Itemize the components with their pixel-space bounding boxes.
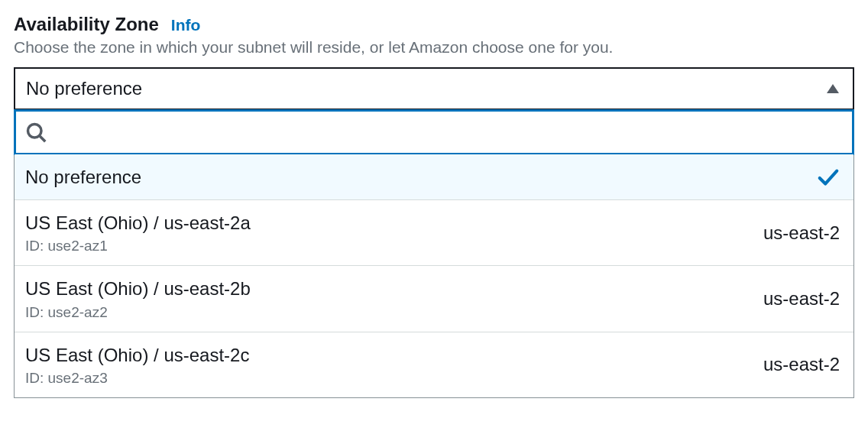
option-primary-label: US East (Ohio) / us-east-2c — [25, 343, 249, 367]
dropdown-option[interactable]: US East (Ohio) / us-east-2bID: use2-az2u… — [15, 265, 853, 331]
option-left: US East (Ohio) / us-east-2cID: use2-az3 — [25, 343, 249, 387]
option-left: US East (Ohio) / us-east-2bID: use2-az2 — [25, 277, 251, 320]
dropdown-option[interactable]: US East (Ohio) / us-east-2aID: use2-az1u… — [15, 199, 853, 265]
field-label: Availability Zone — [14, 14, 159, 35]
dropdown-option[interactable]: No preference — [15, 154, 853, 199]
search-input[interactable] — [47, 112, 843, 153]
option-primary-label: No preference — [25, 165, 141, 189]
option-secondary-label: ID: use2-az3 — [25, 370, 249, 387]
select-current-value: No preference — [26, 78, 142, 99]
option-region-label: us-east-2 — [763, 354, 840, 375]
field-header: Availability Zone Info — [14, 14, 854, 35]
option-primary-label: US East (Ohio) / us-east-2a — [25, 211, 251, 235]
availability-zone-select[interactable]: No preference — [14, 67, 854, 110]
info-link[interactable]: Info — [171, 16, 200, 34]
option-region-label: us-east-2 — [763, 222, 840, 244]
field-description: Choose the zone in which your subnet wil… — [14, 38, 854, 57]
option-primary-label: US East (Ohio) / us-east-2b — [25, 277, 251, 300]
option-left: No preference — [25, 165, 141, 189]
option-right: us-east-2 — [763, 354, 840, 375]
dropdown-panel: No preferenceUS East (Ohio) / us-east-2a… — [14, 109, 854, 398]
svg-line-1 — [40, 136, 45, 141]
option-right: us-east-2 — [763, 288, 840, 309]
caret-up-icon — [827, 84, 839, 93]
option-region-label: us-east-2 — [763, 288, 840, 309]
option-left: US East (Ohio) / us-east-2aID: use2-az1 — [25, 211, 251, 254]
search-icon — [25, 122, 47, 143]
option-secondary-label: ID: use2-az2 — [25, 304, 251, 321]
option-secondary-label: ID: use2-az1 — [25, 238, 251, 254]
check-icon — [817, 166, 840, 189]
dropdown-option[interactable]: US East (Ohio) / us-east-2cID: use2-az3u… — [15, 332, 853, 397]
option-right: us-east-2 — [763, 222, 840, 244]
svg-point-0 — [28, 125, 42, 138]
option-right — [817, 166, 840, 189]
search-row[interactable] — [14, 109, 854, 155]
